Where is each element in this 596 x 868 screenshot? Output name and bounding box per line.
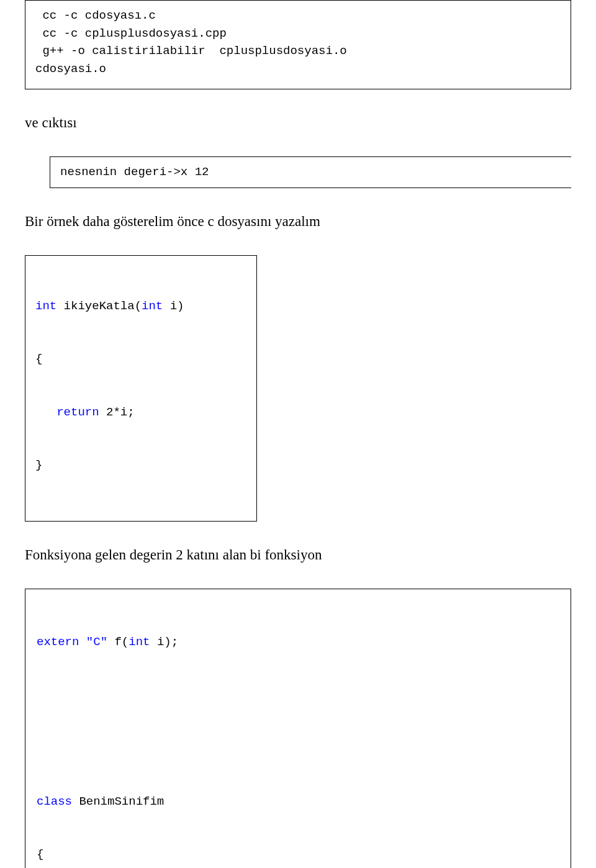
code-box-c-function: int ikiyeKatla(int i) { return 2*i; } bbox=[25, 255, 257, 522]
code-line: class BenimSinifim bbox=[37, 793, 559, 811]
code-box-cpp-program: extern "C" f(int i); class BenimSinifim … bbox=[25, 589, 571, 868]
code-line: cc -c cplusplusdosyasi.cpp bbox=[35, 25, 561, 43]
code-line: return 2*i; bbox=[35, 404, 246, 422]
code-box-compile: cc -c cdosyası.c cc -c cplusplusdosyasi.… bbox=[25, 0, 571, 89]
output-box: nesnenin degeri->x 12 bbox=[50, 156, 571, 188]
code-line: { bbox=[35, 350, 246, 368]
output-line: nesnenin degeri->x 12 bbox=[60, 163, 561, 181]
code-line: g++ -o calistirilabilir cplusplusdosyasi… bbox=[35, 42, 561, 60]
code-line: } bbox=[35, 456, 246, 474]
blank-line bbox=[37, 739, 559, 757]
code-line: { bbox=[37, 846, 559, 864]
code-line: cc -c cdosyası.c bbox=[35, 7, 561, 25]
blank-line bbox=[37, 687, 559, 705]
paragraph-example-intro: Bir örnek daha gösterelim önce c dosyası… bbox=[25, 212, 571, 232]
paragraph-output-intro: ve cıktısı bbox=[25, 113, 571, 133]
paragraph-function-desc: Fonksiyona gelen degerin 2 katını alan b… bbox=[25, 545, 571, 565]
code-line: extern "C" f(int i); bbox=[37, 633, 559, 651]
code-line: cdosyasi.o bbox=[35, 60, 561, 78]
code-line: int ikiyeKatla(int i) bbox=[35, 297, 246, 315]
